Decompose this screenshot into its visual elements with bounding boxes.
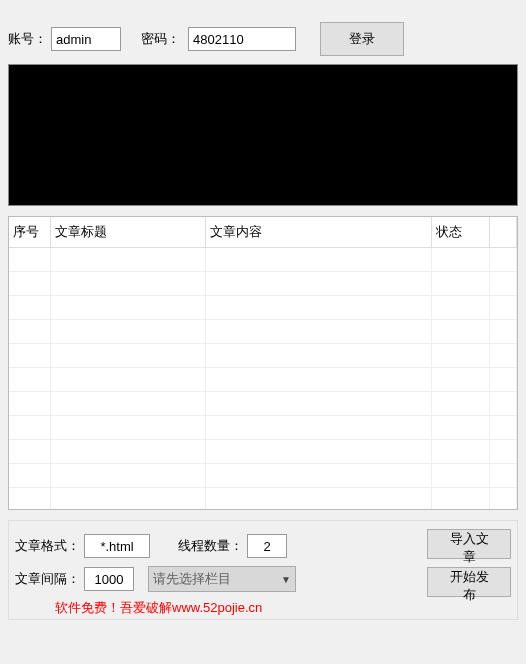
table-row[interactable] [9,296,517,320]
password-input[interactable] [188,27,296,51]
login-row: 账号： 密码： 登录 [8,8,518,56]
col-seq[interactable]: 序号 [9,217,50,248]
article-table[interactable]: 序号 文章标题 文章内容 状态 [8,216,518,510]
table-row[interactable] [9,440,517,464]
col-title[interactable]: 文章标题 [50,217,205,248]
table-row[interactable] [9,488,517,511]
table-header-row: 序号 文章标题 文章内容 状态 [9,217,517,248]
dropdown-placeholder: 请先选择栏目 [153,570,231,588]
account-label: 账号： [8,30,47,48]
table-row[interactable] [9,272,517,296]
start-button[interactable]: 开始发布 [427,567,511,597]
table-row[interactable] [9,368,517,392]
interval-input[interactable] [84,567,134,591]
table-row[interactable] [9,464,517,488]
table-row[interactable] [9,416,517,440]
footer-prefix: 软件免费！吾爱破解 [55,600,172,615]
format-label: 文章格式： [15,537,80,555]
login-button[interactable]: 登录 [320,22,404,56]
table-row[interactable] [9,344,517,368]
thread-label: 线程数量： [178,537,243,555]
table-row[interactable] [9,248,517,272]
footer-text: 软件免费！吾爱破解www.52pojie.cn [15,599,511,617]
col-status[interactable]: 状态 [432,217,490,248]
preview-panel [8,64,518,206]
chevron-down-icon: ▼ [281,574,291,585]
interval-label: 文章间隔： [15,570,80,588]
thread-input[interactable] [247,534,287,558]
import-button[interactable]: 导入文章 [427,529,511,559]
col-extra [490,217,517,248]
category-dropdown[interactable]: 请先选择栏目 ▼ [148,566,296,592]
format-input[interactable] [84,534,150,558]
bottom-panel: 文章格式： 线程数量： 文章间隔： 请先选择栏目 ▼ 导入文章 开 [8,520,518,620]
password-label: 密码： [141,30,180,48]
col-content[interactable]: 文章内容 [206,217,432,248]
footer-link[interactable]: www.52pojie.cn [172,600,262,615]
account-input[interactable] [51,27,121,51]
table-row[interactable] [9,320,517,344]
table-row[interactable] [9,392,517,416]
